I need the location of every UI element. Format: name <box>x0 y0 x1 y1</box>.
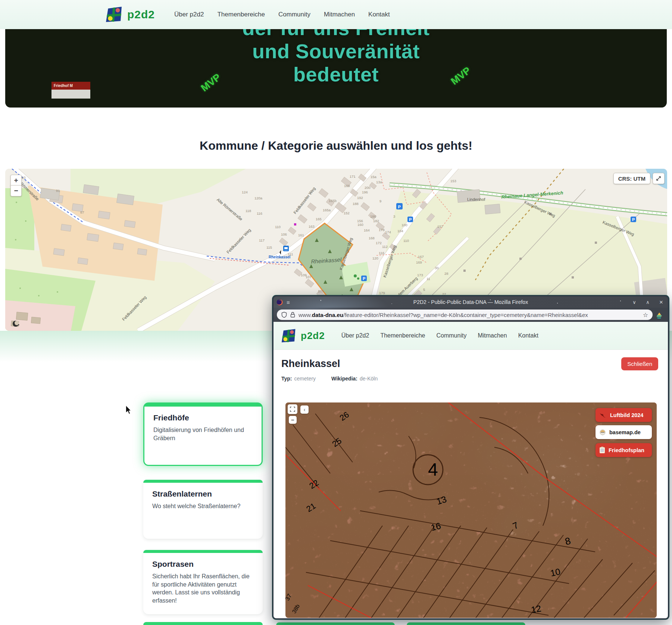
card-sportrasen[interactable]: Sportrasen Sicherlich habt Ihr Rasenfläc… <box>143 550 263 614</box>
browser-viewport: p2d2 Über p2d2 Themenbereiche Community … <box>274 322 668 618</box>
collapse-panel-button[interactable]: ‹ <box>300 405 309 414</box>
house-number: 165a <box>323 208 331 212</box>
url-www: www. <box>299 312 312 318</box>
house-number: 196 <box>362 190 368 194</box>
feature-editor-map[interactable]: 41316781012262522213738b − ‹ Luftbild 20… <box>285 402 657 618</box>
house-number: 105 <box>318 289 324 293</box>
house-number: 104 <box>397 229 403 233</box>
card-title: Sportrasen <box>152 560 254 569</box>
nav-kontakt[interactable]: Kontakt <box>368 11 390 18</box>
maximize-icon[interactable]: ∧ <box>645 299 651 305</box>
house-number: 120a <box>254 196 263 200</box>
firefox-window[interactable]: ≡ P2D2 - Public-Public Data-DNA — Mozill… <box>272 295 669 619</box>
lock-icon <box>290 312 295 318</box>
hero-line-1: der für uns Freiheit <box>5 29 667 40</box>
extension-icon[interactable] <box>656 310 665 319</box>
card-peek[interactable] <box>276 622 395 625</box>
nav-themenbereiche[interactable]: Themenbereiche <box>380 332 425 339</box>
fullscreen-button[interactable] <box>288 404 297 414</box>
url-domain: data-dna.eu <box>312 312 343 318</box>
crs-button[interactable]: CRS: UTM <box>613 173 650 184</box>
hero-banner: der für uns Freiheit und Souveränität be… <box>5 29 667 108</box>
map-zoom-out-button[interactable]: − <box>289 416 297 424</box>
house-number: 153 <box>450 179 456 183</box>
card-title: Friedhöfe <box>153 413 253 422</box>
p2d2-logo[interactable]: p2d2 <box>106 7 155 22</box>
house-number: 178 <box>379 228 385 232</box>
house-number: 168 <box>369 236 375 240</box>
nav-community[interactable]: Community <box>278 11 310 18</box>
bookmark-star-icon[interactable]: ☆ <box>643 311 648 318</box>
house-number: 172 <box>376 241 382 245</box>
minus-icon: − <box>291 417 294 423</box>
parking-letter: P <box>398 205 401 209</box>
house-number: 192 <box>357 196 363 200</box>
typ-value: cemetery <box>294 376 316 382</box>
house-number: 106 <box>281 232 287 236</box>
card-peek[interactable] <box>143 622 263 625</box>
card-friedhoefe[interactable]: Friedhöfe Digitalisierung von Friedhöfen… <box>143 402 263 466</box>
card-description: Wo steht welche Straßenlaterne? <box>152 502 254 510</box>
hero-headline: der für uns Freiheit und Souveränität be… <box>5 29 667 86</box>
house-number: 174 <box>385 230 391 234</box>
expand-map-button[interactable] <box>653 173 665 184</box>
house-number: 30 <box>435 266 439 270</box>
house-number: 118 <box>246 209 251 213</box>
house-number: 100 <box>401 223 407 227</box>
minimize-icon[interactable]: ∨ <box>631 299 637 305</box>
mouse-cursor-icon <box>124 405 132 414</box>
p2d2-logo[interactable]: p2d2 <box>281 329 325 343</box>
plan-section-number: 4 <box>428 460 438 479</box>
card-description: Digitalisierung von Friedhöfen und Gräbe… <box>153 426 253 442</box>
house-number: 163 <box>309 224 315 228</box>
nav-ueber-p2d2[interactable]: Über p2d2 <box>341 332 369 339</box>
house-number: 152 <box>344 211 350 215</box>
layer-label: basemap.de <box>609 429 641 435</box>
house-number: 116 <box>257 211 262 215</box>
house-number: 165 <box>316 217 322 221</box>
close-icon[interactable]: ✕ <box>658 299 664 305</box>
wikipedia-value: de-Köln <box>360 376 378 382</box>
house-number: 15a <box>371 175 377 179</box>
zoom-out-button[interactable]: − <box>10 185 22 196</box>
transit-stop-label: Rheinkassel <box>269 255 291 259</box>
house-number: 107 <box>306 275 312 279</box>
layer-label: Friedhofsplan <box>609 447 644 453</box>
top-navbar: p2d2 Über p2d2 Themenbereiche Community … <box>0 0 672 29</box>
site-nav-links: Über p2d2 Themenbereiche Community Mitma… <box>341 332 538 339</box>
p2d2-logo-icon <box>281 329 296 343</box>
window-title: P2D2 - Public-Public Data-DNA — Mozilla … <box>274 299 668 305</box>
house-number: 111 <box>288 252 293 256</box>
nav-mitmachen[interactable]: Mitmachen <box>324 11 355 18</box>
brand-text[interactable]: p2d2 <box>301 330 325 342</box>
nav-kontakt[interactable]: Kontakt <box>518 332 538 339</box>
card-peek[interactable] <box>407 622 525 625</box>
house-number: 157 <box>437 224 443 228</box>
layer-button-luftbild[interactable]: Luftbild 2024 <box>596 408 652 422</box>
house-number: 120 <box>372 256 378 260</box>
house-number: 117 <box>259 238 265 242</box>
brand-text[interactable]: p2d2 <box>127 8 155 21</box>
layer-label: Luftbild 2024 <box>610 412 643 418</box>
shield-icon <box>281 312 287 318</box>
url-text: www.data-dna.eu/feature-editor/Rheinkass… <box>299 312 640 318</box>
card-description: Sicherlich habt Ihr Rasenflächen, die fü… <box>152 572 254 604</box>
expand-icon <box>656 176 661 181</box>
layer-button-basemap[interactable]: basemap.de <box>596 425 652 439</box>
bird-icon <box>599 412 607 418</box>
close-feature-button[interactable]: Schließen <box>621 357 658 370</box>
house-number: 28 <box>444 271 448 276</box>
url-bar[interactable]: www.data-dna.eu/feature-editor/Rheinkass… <box>277 310 653 320</box>
nav-themenbereiche[interactable]: Themenbereiche <box>217 11 265 18</box>
nav-community[interactable]: Community <box>436 332 466 339</box>
layer-button-friedhofsplan[interactable]: Friedhofsplan <box>596 443 652 457</box>
house-number: 161 <box>298 233 304 237</box>
nav-mitmachen[interactable]: Mitmachen <box>478 332 507 339</box>
house-number: 5 <box>423 287 425 292</box>
card-strassenlaternen[interactable]: Straßenlaternen Wo steht welche Straßenl… <box>143 480 263 539</box>
window-titlebar[interactable]: ≡ P2D2 - Public-Public Data-DNA — Mozill… <box>274 296 668 308</box>
nav-ueber-p2d2[interactable]: Über p2d2 <box>174 11 204 18</box>
house-number: 9 <box>379 199 381 203</box>
zoom-in-button[interactable]: + <box>10 175 22 186</box>
house-number: 87 <box>80 210 84 214</box>
